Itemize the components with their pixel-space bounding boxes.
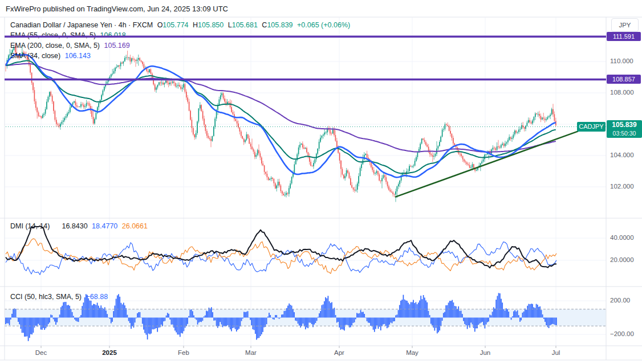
ema55-label: EMA (55, close, 0, SMA, 5) [10, 31, 96, 39]
last-price-symbol-badge: CADJPY [577, 122, 606, 132]
sma34-legend-row[interactable]: SMA (34, close) 106.143 [10, 52, 93, 60]
price-tick-label: 108.000 [610, 89, 634, 96]
time-axis-label-jun: Jun [473, 349, 498, 356]
ohlc-high: H105.850 [193, 21, 224, 29]
level-badge-108857: 108.857 [607, 75, 641, 84]
bar-countdown: 03:50:30 [607, 129, 642, 137]
dmi-minus-di-value: 26.0661 [122, 222, 148, 230]
change-value: +0.065 (+0.06%) [297, 21, 350, 29]
ohlc-close: C105.839 [262, 21, 292, 29]
ohlc-low: L105.681 [228, 21, 258, 29]
dmi-adx-value: 16.8430 [62, 222, 87, 230]
cci-label: CCI (50, hlc3, SMA, 5) [10, 293, 82, 301]
time-axis-label-mar: Mar [238, 349, 263, 356]
dmi-tick-label: 40.0000 [610, 234, 634, 241]
last-price-badge: 105.839 03:50:30 [607, 120, 642, 138]
ohlc-open: O105.774 [157, 21, 189, 29]
dmi-tick-label: 20.0000 [610, 256, 634, 263]
sma34-label: SMA (34, close) [10, 52, 60, 60]
price-tick-label: 104.000 [610, 152, 634, 158]
last-price-value: 105.839 [607, 120, 642, 129]
symbol-legend-row[interactable]: Canadian Dollar / Japanese Yen · 4h · FX… [10, 21, 352, 29]
level-badge-111591: 111.591 [607, 32, 641, 41]
dmi-label: DMI (14, 14) [10, 222, 50, 230]
symbol-title: Canadian Dollar / Japanese Yen · 4h · FX… [10, 21, 153, 29]
dmi-legend-row[interactable]: DMI (14, 14) 16.8430 18.4770 26.0661 [10, 222, 150, 230]
time-axis-label-jul: Jul [543, 349, 568, 356]
ema200-label: EMA (200, close, 0, SMA, 5) [10, 42, 100, 50]
chart-canvas[interactable] [0, 0, 642, 364]
ema200-value: 105.169 [104, 42, 130, 50]
ema55-legend-row[interactable]: EMA (55, close, 0, SMA, 5) 106.018 [10, 31, 128, 39]
cci-tick-label: −200.00 [610, 330, 634, 337]
ema200-legend-row[interactable]: EMA (200, close, 0, SMA, 5) 105.169 [10, 42, 132, 50]
dmi-plus-di-value: 18.4770 [92, 222, 117, 230]
time-axis-label-dec: Dec [29, 349, 54, 356]
price-tick-label: 102.000 [610, 183, 634, 190]
cci-legend-row[interactable]: CCI (50, hlc3, SMA, 5) −68.88 [10, 293, 110, 301]
cci-tick-label: 200.00 [610, 297, 630, 304]
price-axis-currency-label: JPY [611, 18, 639, 32]
time-axis-label-feb: Feb [171, 349, 196, 356]
cci-value: −68.88 [86, 293, 108, 301]
time-axis-label-2025: 2025 [97, 349, 122, 356]
price-tick-label: 110.000 [610, 58, 633, 64]
time-axis-label-apr: Apr [327, 349, 352, 356]
tradingview-published-chart: { "header": {"published": "FxWirePro pub… [0, 0, 642, 364]
sma34-value: 106.143 [65, 52, 91, 60]
ema55-value: 106.018 [100, 31, 126, 39]
time-axis-label-may: May [400, 349, 425, 356]
